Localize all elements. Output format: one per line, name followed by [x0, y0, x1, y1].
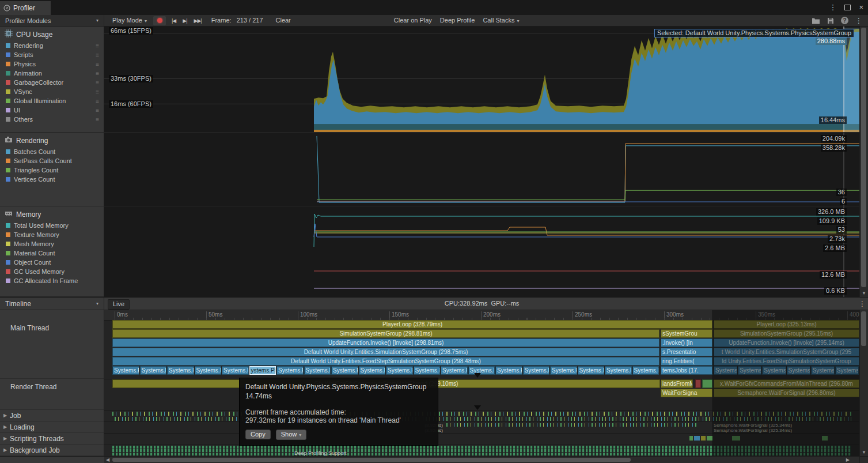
legend-item-gc-allocated-in-frame[interactable]: GC Allocated In Frame — [0, 276, 104, 285]
save-profile-disk-icon[interactable] — [827, 17, 834, 24]
scripting-thread-segment[interactable] — [701, 436, 706, 441]
bar-entities-tail[interactable]: ring.Entities( — [661, 357, 712, 366]
rendering-chart-plot[interactable] — [104, 133, 859, 206]
drag-handle-icon[interactable]: ≡ — [96, 89, 104, 95]
bar-physicssystemgroup-segment[interactable]: Systems.Ph — [195, 366, 222, 375]
bar-simulationsystemgroup[interactable]: SimulationSystemGroup (298.81ms) — [112, 329, 659, 338]
bar-physicssystemgroup-segment[interactable]: Systems.Ph — [222, 366, 249, 375]
bar-systemgroup-tail[interactable]: sSystemGrou — [661, 329, 712, 338]
legend-item-object-count[interactable]: Object Count — [0, 258, 104, 267]
bar-fixedstepsimulationsystemgroup[interactable]: Default World Unity.Entities.FixedStepSi… — [112, 357, 659, 366]
hscroll-thumb[interactable] — [112, 458, 631, 462]
bar-physicssystemgroup-segment[interactable]: Systems.Ph — [441, 366, 468, 375]
legend-item-gc-used-memory[interactable]: GC Used Memory — [0, 267, 104, 276]
bar-frame-end-red-segment[interactable] — [695, 379, 701, 388]
legend-item-others[interactable]: Others≡ — [0, 115, 104, 124]
legend-item-rendering[interactable]: Rendering≡ — [0, 41, 104, 50]
scripting-thread-segment[interactable] — [707, 436, 712, 441]
drag-handle-icon[interactable]: ≡ — [96, 107, 104, 114]
memory-chart-plot[interactable] — [104, 206, 859, 297]
legend-item-texture-memory[interactable]: Texture Memory — [0, 230, 104, 239]
bar-physicssystemgroup-segment[interactable]: Systems.Ph — [140, 366, 167, 375]
legend-item-setpass-calls-count[interactable]: SetPass Calls Count — [0, 156, 104, 165]
legend-item-physics[interactable]: Physics≡ — [0, 59, 104, 69]
bar-systemsjobs-tail[interactable]: temsJobs (17. — [661, 366, 712, 375]
charts-vertical-scrollbar[interactable]: ▼ — [859, 27, 868, 297]
legend-item-vsync[interactable]: VSync≡ — [0, 87, 104, 96]
thread-group-job[interactable]: ▶Job — [0, 410, 104, 421]
bar-physicssystemgroup-segment[interactable]: Systems.Ph — [414, 366, 441, 375]
window-menu-icon[interactable]: ⋮ — [829, 3, 836, 12]
thread-group-render-thread[interactable]: Render Thread — [0, 379, 104, 410]
scripting-thread-segment[interactable] — [694, 436, 700, 441]
bar-playerloop[interactable]: PlayerLoop (328.79ms) — [112, 320, 712, 329]
collapsed-arrow-icon[interactable]: ▶ — [3, 433, 7, 445]
bar-entities-simulationsystemgroup[interactable]: Default World Unity.Entities.SimulationS… — [112, 348, 659, 356]
profiler-modules-dropdown[interactable]: Profiler Modules ▾ — [0, 15, 104, 26]
collapsed-arrow-icon[interactable]: ▶ — [3, 410, 7, 421]
show-dropdown-button[interactable]: Show▾ — [276, 430, 307, 440]
scroll-right-icon[interactable]: ▶ — [846, 457, 850, 462]
bar-invoke-tail[interactable]: .Invoke() [In — [661, 338, 712, 347]
scrollbar-thumb[interactable] — [861, 311, 866, 346]
cpu-usage-chart[interactable]: Selected: Default World Unity.Physics.Sy… — [104, 27, 859, 133]
legend-item-total-used-memory[interactable]: Total Used Memory — [0, 221, 104, 230]
timeline-menu-kebab-icon[interactable]: ⋮ — [859, 300, 866, 308]
module-header-rendering[interactable]: Rendering — [0, 133, 104, 147]
load-profile-folder-icon[interactable] — [812, 17, 820, 24]
bar-commandsfrommain-tail[interactable]: iandsFromM — [661, 379, 693, 388]
play-mode-dropdown[interactable]: Play Mode▾ — [108, 15, 151, 27]
bar-physicssystemgroup-segment[interactable]: Systems.Ph — [304, 366, 331, 375]
bar-physicssystemgroup-segment[interactable]: Systems.Ph — [331, 366, 358, 375]
bar-physicssystemgroup-segment[interactable]: Systems.Ph — [523, 366, 550, 375]
bar-physicssystemgroup-segment[interactable]: Systems.Ph — [578, 366, 605, 375]
clear-on-play-button[interactable]: Clear on Play — [390, 15, 436, 27]
legend-item-global-illumination[interactable]: Global Illumination≡ — [0, 96, 104, 106]
thread-group-background-job[interactable]: ▶Background Job — [0, 445, 104, 456]
drag-handle-icon[interactable]: ≡ — [96, 70, 104, 77]
scroll-left-icon[interactable]: ◀ — [106, 457, 109, 462]
next-frame-button[interactable]: ▶| — [179, 18, 190, 24]
scrollbar-thumb[interactable] — [861, 28, 866, 287]
context-menu-kebab-icon[interactable]: ⋮ — [855, 17, 862, 25]
timeline-view-dropdown[interactable]: Timeline ▾ — [0, 298, 104, 310]
legend-item-mesh-memory[interactable]: Mesh Memory — [0, 239, 104, 249]
record-button[interactable] — [153, 16, 166, 25]
bar-physicssystemgroup-segment[interactable]: Systems.Ph — [276, 366, 304, 375]
bar-physicssystemgroup-segment[interactable]: Systems.Ph — [167, 366, 194, 375]
bar-physicssystemgroup-segment[interactable]: Systems.Ph — [605, 366, 632, 375]
collapsed-arrow-icon[interactable]: ▶ — [3, 445, 7, 456]
bar-updatefunction-invoke[interactable]: UpdateFunction.Invoke() [Invoke] (298.81… — [112, 338, 659, 347]
legend-item-vertices-count[interactable]: Vertices Count — [0, 175, 104, 184]
drag-handle-icon[interactable]: ≡ — [96, 52, 104, 58]
bar-waitforsignal-tail[interactable]: WaitForSigna — [661, 389, 712, 397]
rendering-chart[interactable]: 204.09k358.28k366 — [104, 133, 859, 206]
bar-physicssystemgroup-segment[interactable]: Systems.Ph — [386, 366, 413, 375]
memory-chart[interactable]: 326.0 MB109.9 KB532.73k2.6 MB12.6 MB0.6 … — [104, 206, 859, 297]
legend-item-material-count[interactable]: Material Count — [0, 249, 104, 258]
legend-item-ui[interactable]: UI≡ — [0, 106, 104, 115]
deep-profile-button[interactable]: Deep Profile — [436, 15, 479, 27]
flow-marker-down-icon[interactable] — [474, 405, 481, 410]
horizontal-scrollbar[interactable]: ◀ ▶ — [0, 456, 868, 463]
profiler-tab[interactable]: Profiler — [0, 1, 51, 15]
drag-handle-icon[interactable]: ≡ — [96, 80, 104, 86]
scroll-down-icon[interactable]: ▼ — [860, 291, 868, 296]
scroll-down-icon[interactable]: ▼ — [860, 450, 868, 455]
legend-item-garbagecollector[interactable]: GarbageCollector≡ — [0, 78, 104, 87]
thread-group-scripting-threads[interactable]: ▶Scripting Threads — [0, 433, 104, 445]
bar-physicssystemgroup-segment[interactable]: Systems.Ph — [632, 366, 659, 375]
bar-presentation-tail[interactable]: s.Presentatio — [661, 348, 712, 356]
thread-group-loading[interactable]: ▶Loading — [0, 421, 104, 433]
window-maximize-icon[interactable] — [844, 5, 851, 10]
drag-handle-icon[interactable]: ≡ — [96, 98, 104, 104]
call-stacks-dropdown[interactable]: Call Stacks▾ — [479, 15, 523, 27]
copy-button[interactable]: Copy — [245, 430, 271, 439]
module-header-memory[interactable]: Memory — [0, 206, 104, 221]
legend-item-animation[interactable]: Animation≡ — [0, 69, 104, 78]
drag-handle-icon[interactable]: ≡ — [96, 116, 104, 123]
legend-item-triangles-count[interactable]: Triangles Count — [0, 165, 104, 175]
current-frame-button[interactable]: ▶▶| — [191, 18, 205, 24]
bar-frame-end-green-segment[interactable] — [702, 379, 712, 388]
drag-handle-icon[interactable]: ≡ — [96, 43, 104, 49]
